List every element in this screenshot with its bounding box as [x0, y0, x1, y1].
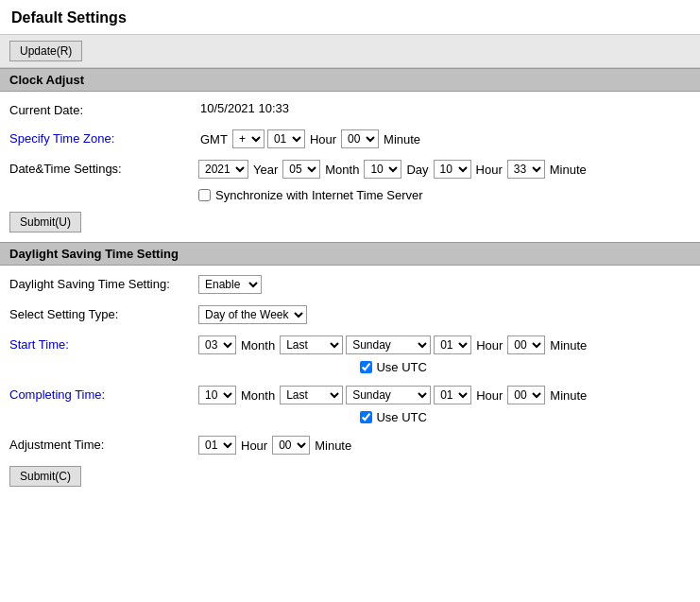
current-date-text: 10/5/2021 10:33: [200, 101, 289, 115]
adjustment-time-row: Adjustment Time: 00010203040506070809101…: [0, 430, 700, 460]
day-label: Day: [406, 163, 428, 177]
sync-checkbox-row: Synchronize with Internet Time Server: [0, 184, 700, 206]
adjustment-time-label: Adjustment Time:: [9, 436, 198, 452]
current-date-row: Current Date: 10/5/2021 10:33: [0, 95, 700, 124]
daylight-section-header: Daylight Saving Time Setting: [0, 242, 700, 266]
hour-select[interactable]: 0001020304050607080910111213141516171819…: [434, 160, 471, 179]
specify-timezone-controls: GMT +- 010203040506070809101112 Hour 001…: [198, 129, 422, 148]
minute-label: Minute: [550, 163, 587, 177]
datetime-settings-controls: 202120222023 Year 0102030405060708091011…: [198, 160, 589, 179]
start-time-line: 010203040506070809101112 Month FirstSeco…: [198, 335, 589, 354]
comp-minute-label: Minute: [550, 388, 587, 403]
completing-time-row: Completing Time: 01020304050607080910111…: [0, 380, 700, 430]
timezone-minute-label: Minute: [384, 132, 420, 146]
comp-minute-select[interactable]: 00153045: [507, 386, 545, 404]
current-date-value: 10/5/2021 10:33: [198, 101, 291, 115]
comp-month-select[interactable]: 010203040506070809101112: [198, 386, 236, 404]
start-week-select[interactable]: FirstSecondThirdFourthLast: [280, 335, 343, 354]
comp-utc-checkbox[interactable]: [360, 411, 372, 423]
toolbar: Update(R): [0, 34, 700, 68]
timezone-minute-select[interactable]: 00153045: [341, 129, 379, 148]
day-select[interactable]: 0102030405060708091011121314151617181920…: [364, 160, 401, 179]
specify-timezone-row: Specify Time Zone: GMT +- 01020304050607…: [0, 124, 700, 154]
adj-minute-label: Minute: [315, 439, 351, 453]
comp-utc-label: Use UTC: [376, 410, 426, 424]
timezone-hour-label: Hour: [310, 132, 336, 146]
update-button[interactable]: Update(R): [9, 41, 82, 61]
start-month-select[interactable]: 010203040506070809101112: [198, 335, 236, 354]
start-day-select[interactable]: SundayMondayTuesdayWednesdayThursdayFrid…: [346, 335, 431, 354]
page-title: Default Settings: [0, 0, 700, 34]
setting-type-controls: Day of the WeekFixed Date: [198, 305, 307, 324]
adjustment-time-controls: 00010203040506070809101112 Hour 00153045…: [198, 436, 353, 455]
start-time-row: Start Time: 010203040506070809101112 Mon…: [0, 330, 700, 380]
sync-label: Synchronize with Internet Time Server: [215, 188, 423, 202]
dst-setting-row: Daylight Saving Time Setting: EnableDisa…: [0, 269, 700, 300]
clock-adjust-section: Current Date: 10/5/2021 10:33 Specify Ti…: [0, 92, 700, 242]
dst-select[interactable]: EnableDisable: [198, 275, 262, 294]
daylight-submit-row: Submit(C): [0, 460, 700, 492]
daylight-section: Daylight Saving Time Setting: EnableDisa…: [0, 266, 700, 496]
setting-type-label: Select Setting Type:: [9, 305, 198, 321]
hour-label: Hour: [476, 163, 503, 177]
comp-utc-row: Use UTC: [360, 410, 426, 424]
comp-day-select[interactable]: SundayMondayTuesdayWednesdayThursdayFrid…: [346, 386, 431, 404]
clock-adjust-header: Clock Adjust: [0, 68, 700, 92]
start-time-controls: 010203040506070809101112 Month FirstSeco…: [198, 335, 589, 374]
datetime-settings-label: Date&Time Settings:: [9, 160, 198, 176]
comp-hour-label: Hour: [476, 388, 503, 403]
start-month-label: Month: [241, 338, 275, 353]
dst-setting-controls: EnableDisable: [198, 275, 262, 294]
comp-week-select[interactable]: FirstSecondThirdFourthLast: [280, 386, 343, 404]
timezone-sign-select[interactable]: +-: [232, 129, 265, 148]
completing-time-controls: 010203040506070809101112 Month FirstSeco…: [198, 386, 589, 424]
setting-type-select[interactable]: Day of the WeekFixed Date: [198, 305, 307, 324]
start-utc-label: Use UTC: [376, 360, 426, 374]
setting-type-row: Select Setting Type: Day of the WeekFixe…: [0, 300, 700, 330]
start-utc-checkbox[interactable]: [360, 361, 372, 373]
gmt-text: GMT: [200, 132, 228, 146]
clock-submit-button[interactable]: Submit(U): [9, 212, 81, 232]
comp-month-label: Month: [241, 388, 275, 403]
month-select[interactable]: 010203040506070809101112: [282, 160, 320, 179]
comp-time-line: 010203040506070809101112 Month FirstSeco…: [198, 386, 589, 404]
month-label: Month: [325, 163, 359, 177]
sync-checkbox[interactable]: [198, 189, 211, 201]
adj-hour-label: Hour: [241, 439, 267, 453]
adj-hour-select[interactable]: 00010203040506070809101112: [198, 436, 236, 455]
year-label: Year: [253, 163, 278, 177]
adj-minute-select[interactable]: 00153045: [272, 436, 310, 455]
clock-submit-row: Submit(U): [0, 206, 700, 238]
start-time-label: Start Time:: [9, 335, 198, 352]
year-select[interactable]: 202120222023: [198, 160, 248, 179]
daylight-submit-button[interactable]: Submit(C): [9, 466, 81, 487]
minute-select[interactable]: 0001020304050607080910111213141516171819…: [507, 160, 545, 179]
dst-setting-label: Daylight Saving Time Setting:: [9, 275, 198, 291]
start-hour-label: Hour: [476, 338, 503, 353]
start-hour-select[interactable]: 0001020304050607080910111213141516171819…: [434, 335, 471, 354]
comp-hour-select[interactable]: 0001020304050607080910111213141516171819…: [434, 386, 471, 404]
specify-timezone-label: Specify Time Zone:: [9, 129, 198, 146]
completing-time-label: Completing Time:: [9, 386, 198, 402]
start-minute-label: Minute: [550, 338, 587, 353]
start-minute-select[interactable]: 00153045: [507, 335, 545, 354]
current-date-label: Current Date:: [9, 101, 198, 117]
start-utc-row: Use UTC: [360, 360, 426, 374]
datetime-settings-row: Date&Time Settings: 202120222023 Year 01…: [0, 154, 700, 184]
timezone-hour-select[interactable]: 010203040506070809101112: [267, 129, 305, 148]
